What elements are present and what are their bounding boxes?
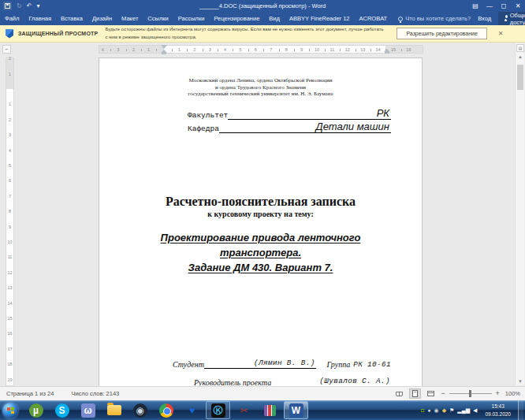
- ruler-tick: [233, 49, 233, 51]
- ribbon-tab-9[interactable]: ABBYY FineReader 12: [285, 12, 355, 25]
- taskbar-chrome-button[interactable]: [154, 401, 178, 419]
- ruler-number: 8: [285, 46, 288, 54]
- ruler-tick: [126, 49, 127, 51]
- zoom-slider[interactable]: [449, 393, 492, 394]
- close-button[interactable]: ✕: [511, 0, 525, 12]
- ribbon-tab-2[interactable]: Вставка: [56, 12, 88, 25]
- ruler-tick: [110, 49, 111, 51]
- web-layout-button[interactable]: [425, 388, 437, 399]
- taskbar-skype-button[interactable]: S: [50, 401, 74, 419]
- show-desktop-button[interactable]: [518, 400, 523, 420]
- ribbon-tab-6[interactable]: Рассылки: [173, 12, 210, 25]
- word-count[interactable]: Число слов: 2143: [71, 390, 119, 397]
- taskbar-scissors-button[interactable]: ✂: [232, 401, 256, 419]
- zoom-in-button[interactable]: +: [496, 388, 500, 399]
- ribbon-tab-file[interactable]: Файл: [0, 12, 24, 25]
- tray-app-2-tray-icon[interactable]: ◉: [434, 401, 439, 419]
- ruler-number: 10: [315, 46, 319, 54]
- taskbar-utorrent-button[interactable]: µ: [24, 401, 48, 419]
- project-title-line: Проектирование привода ленточного: [99, 230, 422, 245]
- ribbon-tab-7[interactable]: Рецензирование: [209, 12, 264, 25]
- supervisor-name: (Шувалов С. А.): [318, 377, 391, 386]
- enable-editing-button[interactable]: Разрешить редактирование: [397, 28, 486, 39]
- scroll-down-icon[interactable]: ▼: [516, 379, 525, 384]
- group-block: Группа РК 10-61: [326, 360, 391, 369]
- share-button[interactable]: Общий доступ: [498, 12, 525, 25]
- left-indent-marker[interactable]: [162, 53, 166, 54]
- person-icon: [505, 19, 507, 21]
- student-underline: [204, 368, 253, 369]
- ruler-toggle-button[interactable]: ▤: [516, 44, 524, 52]
- faculty-value: РК: [375, 108, 391, 120]
- right-indent-marker-base: [385, 52, 389, 54]
- ruler-number: 12: [345, 46, 350, 54]
- scrollbar-thumb[interactable]: [517, 65, 523, 90]
- undo-icon[interactable]: ↶: [27, 0, 32, 12]
- account-area: Вход Общий доступ: [471, 12, 525, 25]
- ribbon-tab-10[interactable]: ACROBAT: [355, 12, 393, 25]
- zoom-out-button[interactable]: −: [441, 388, 445, 399]
- start-button[interactable]: [2, 403, 18, 418]
- window-title: ______4.DOC (защищенный просмотр) - Word: [95, 0, 430, 12]
- print-layout-button[interactable]: [409, 388, 421, 399]
- ruler-number: 3: [117, 46, 119, 54]
- zoom-slider-thumb[interactable]: [469, 390, 471, 397]
- taskbar-discord-button[interactable]: ω: [76, 401, 100, 419]
- first-line-indent-marker[interactable]: [161, 45, 167, 49]
- tray-app-3-tray-icon[interactable]: ◆: [442, 401, 446, 419]
- supervisor-row: Руководитель проекта (Шувалов С. А.): [194, 377, 391, 386]
- volume-tray-icon[interactable]: ◀: [473, 401, 477, 419]
- document-page[interactable]: Московский ордена Ленина, ордена Октябрь…: [99, 58, 423, 386]
- clock-date: 09.03.2020: [485, 411, 511, 418]
- zoom-level[interactable]: 100%: [505, 390, 520, 397]
- ruler-number: 4: [224, 46, 226, 54]
- read-mode-button[interactable]: [393, 388, 405, 399]
- word-application-window: ↻ ↶ ▾ ______4.DOC (защищенный просмотр) …: [0, 0, 525, 420]
- redo-icon[interactable]: ↻: [17, 0, 22, 12]
- tray-app-1-tray-icon[interactable]: ●: [427, 401, 430, 419]
- ruler-tick: [218, 49, 218, 51]
- taskbar-heart-button[interactable]: ♥: [180, 401, 204, 419]
- word-icon: W: [289, 403, 303, 418]
- horizontal-ruler[interactable]: 432112345678910111213141516: [99, 45, 423, 54]
- sign-in-button[interactable]: Вход: [471, 15, 498, 22]
- tab-stop-selector[interactable]: ⌐: [2, 45, 11, 54]
- page-indicator[interactable]: Страница 1 из 24: [6, 390, 54, 397]
- taskbar-klite-button[interactable]: Ⓚ: [206, 401, 230, 419]
- ruler-tick: [370, 49, 371, 51]
- ribbon-display-options-icon[interactable]: ▤: [468, 0, 482, 12]
- ruler-number: 19: [6, 377, 13, 382]
- ribbon-tab-1[interactable]: Главная: [24, 12, 56, 25]
- save-icon: [5, 3, 10, 9]
- ribbon-tab-5[interactable]: Ссылки: [143, 12, 173, 25]
- heart-icon: ♥: [185, 403, 199, 418]
- ruler-number: 2: [6, 56, 13, 61]
- ribbon-tab-4[interactable]: Макет: [117, 12, 143, 25]
- vertical-ruler[interactable]: 2112345678910111213141516171819: [6, 58, 14, 386]
- action-center-flag-tray-icon[interactable]: ⚑: [449, 401, 454, 419]
- qat-customize-icon[interactable]: ▾: [36, 0, 39, 12]
- klite-icon: Ⓚ: [211, 403, 225, 418]
- maximize-button[interactable]: ◻: [497, 0, 511, 12]
- taskbar-explorer-button[interactable]: [102, 401, 126, 419]
- document-area: ⌐ 432112345678910111213141516 2112345678…: [0, 43, 525, 386]
- print-layout-icon: [412, 390, 418, 397]
- taskbar-winrar-button[interactable]: [258, 401, 282, 419]
- minimize-button[interactable]: —: [482, 0, 497, 12]
- network-tray-icon[interactable]: ▂▄▆: [457, 401, 470, 419]
- tell-me-box[interactable]: Что вы хотите сделать?: [398, 15, 471, 22]
- save-button[interactable]: [3, 2, 12, 10]
- ribbon-tab-row: ФайлГлавнаяВставкаДизайнМакетСсылкиРассы…: [0, 12, 525, 25]
- taskbar-clock[interactable]: 15:43 09.03.2020: [485, 403, 511, 418]
- taskbar-word-button[interactable]: W: [284, 401, 308, 419]
- taskbar-steam-button[interactable]: ◉: [128, 401, 152, 419]
- ribbon-tab-3[interactable]: Дизайн: [88, 12, 117, 25]
- scroll-up-icon[interactable]: ▲: [516, 54, 525, 59]
- nvidia-tray-icon[interactable]: ◘: [421, 401, 424, 419]
- vertical-scrollbar[interactable]: ▤ ▲ ▼: [515, 43, 524, 385]
- message-bar-close-icon[interactable]: ✕: [498, 30, 504, 37]
- ruler-number: 1: [147, 46, 150, 54]
- ribbon-tab-8[interactable]: Вид: [264, 12, 285, 25]
- student-name: (Лямин В. В.): [253, 359, 316, 369]
- supervisor-label: Руководитель проекта: [194, 378, 271, 386]
